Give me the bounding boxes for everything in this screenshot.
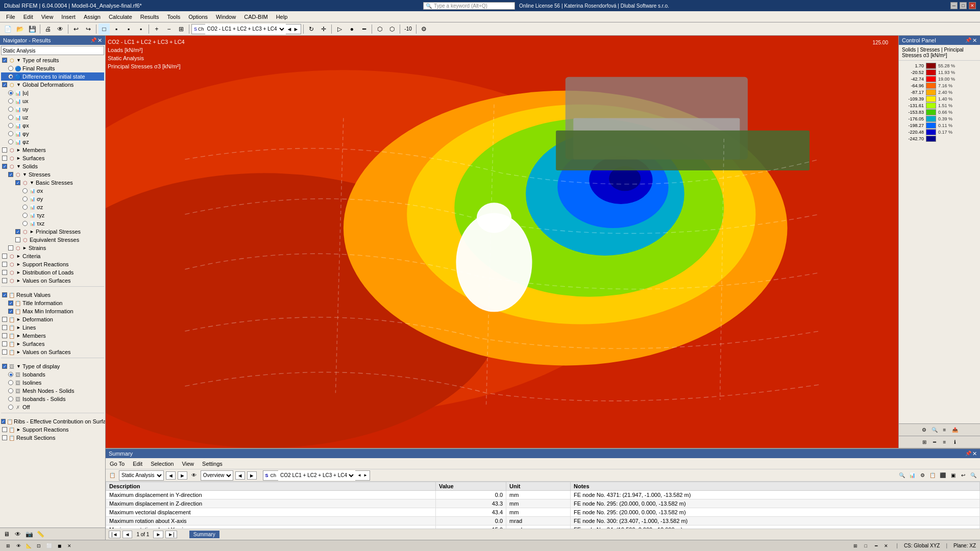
tyz-radio[interactable] bbox=[22, 213, 28, 218]
tree-phix[interactable]: 📊 φx bbox=[1, 121, 104, 130]
result-sections-checkbox[interactable] bbox=[2, 435, 7, 440]
select-button[interactable]: ▷ bbox=[334, 23, 345, 35]
support-reactions-checkbox[interactable] bbox=[2, 262, 7, 267]
summary-settings[interactable]: Settings bbox=[200, 460, 225, 468]
basic-stresses-arrow[interactable]: ▼ bbox=[30, 180, 36, 185]
tree-txz[interactable]: 📊 τxz bbox=[1, 219, 104, 228]
type-display-arrow[interactable]: ▼ bbox=[16, 364, 22, 369]
summary-icon5[interactable]: ⬛ bbox=[938, 471, 947, 480]
cp-zoom-button[interactable]: 🔍 bbox=[930, 425, 939, 435]
type-results-checkbox[interactable]: ✓ bbox=[2, 58, 7, 63]
basic-stresses-checkbox[interactable]: ✓ bbox=[15, 180, 20, 185]
result-values-checkbox[interactable]: ✓ bbox=[2, 292, 7, 297]
status-view2[interactable]: □ bbox=[862, 542, 870, 550]
view-xz[interactable]: ▪ bbox=[123, 23, 134, 35]
tree-sz[interactable]: 📊 σz bbox=[1, 203, 104, 211]
settings-button[interactable]: ⚙ bbox=[419, 23, 430, 35]
summary-icon4[interactable]: 📋 bbox=[928, 471, 937, 480]
cp-settings-button[interactable]: ⚙ bbox=[920, 425, 929, 435]
nav-last-button[interactable]: ►| bbox=[165, 531, 177, 538]
viewport[interactable]: CO2 - LC1 + LC2 + LC3 + LC4 Loads [kN/m²… bbox=[106, 36, 898, 448]
mesh-nodes-radio[interactable] bbox=[8, 388, 13, 393]
status-view4[interactable]: ✕ bbox=[882, 542, 890, 550]
zoom-in-button[interactable]: + bbox=[151, 23, 162, 35]
tree-lines[interactable]: 📋 ► Lines bbox=[1, 323, 104, 332]
summary-view[interactable]: View bbox=[180, 460, 196, 468]
menu-assign[interactable]: Assign bbox=[80, 13, 105, 21]
new-button[interactable]: 📄 bbox=[2, 23, 13, 35]
tree-values-on-surfaces[interactable]: ⬡ ► Values on Surfaces bbox=[1, 277, 104, 285]
rotate-button[interactable]: ↻ bbox=[306, 23, 317, 35]
expand-arrow[interactable]: ▼ bbox=[16, 58, 22, 63]
cp-export-button[interactable]: 📤 bbox=[950, 425, 960, 435]
nav-eye-button[interactable]: 👁 bbox=[13, 530, 22, 539]
title-info-checkbox[interactable]: ✓ bbox=[8, 300, 13, 306]
summary-load-combo[interactable]: CO2 LC1 + LC2 + LC3 + LC4 bbox=[278, 470, 355, 481]
phix-radio[interactable] bbox=[8, 123, 13, 128]
support-nav-arrow[interactable]: ► bbox=[16, 427, 22, 432]
move-button[interactable]: ✛ bbox=[318, 23, 329, 35]
differences-radio[interactable] bbox=[8, 74, 13, 79]
print-button[interactable]: 🖨 bbox=[42, 23, 54, 35]
principal-checkbox[interactable]: ✓ bbox=[15, 229, 20, 234]
surfaces-checkbox[interactable] bbox=[2, 156, 7, 161]
status-icon1[interactable]: ⊞ bbox=[4, 542, 12, 550]
nav-prev-button[interactable]: ◄ bbox=[122, 531, 133, 538]
tree-tyz[interactable]: 📊 τyz bbox=[1, 211, 104, 219]
type-display-checkbox[interactable]: ✓ bbox=[2, 364, 7, 369]
tree-sy[interactable]: 📊 σy bbox=[1, 195, 104, 203]
summary-close-button[interactable]: ✕ bbox=[972, 450, 977, 457]
lines-checkbox[interactable] bbox=[2, 325, 7, 330]
zoom-all-button[interactable]: ⊞ bbox=[176, 23, 187, 35]
member-button[interactable]: ━ bbox=[358, 23, 370, 35]
tree-off[interactable]: ✗ Off bbox=[1, 403, 104, 411]
summary-prev2-button[interactable]: ◄ bbox=[235, 471, 245, 480]
summary-pin-button[interactable]: 📌 bbox=[965, 450, 971, 457]
final-results-radio[interactable] bbox=[8, 66, 13, 71]
values-surfaces-arrow[interactable]: ► bbox=[16, 278, 22, 283]
surfaces-nav-arrow[interactable]: ► bbox=[16, 341, 22, 346]
nav-close-button[interactable]: ✕ bbox=[97, 37, 102, 44]
tree-differences[interactable]: 🔵 Differences to initial state bbox=[1, 72, 104, 81]
status-icon7[interactable]: ✕ bbox=[65, 542, 74, 550]
tree-basic-stresses[interactable]: ✓ ⬡ ▼ Basic Stresses bbox=[1, 179, 104, 187]
summary-goto[interactable]: Go To bbox=[108, 460, 127, 468]
values-surfaces-nav-checkbox[interactable] bbox=[2, 349, 7, 355]
tree-members[interactable]: ⬡ ► Members bbox=[1, 146, 104, 154]
tree-phiz[interactable]: 📊 φz bbox=[1, 138, 104, 146]
status-icon4[interactable]: ⊡ bbox=[35, 542, 43, 550]
ux-radio[interactable] bbox=[8, 98, 13, 104]
status-icon3[interactable]: 📐 bbox=[24, 542, 33, 550]
tree-members-nav[interactable]: 📋 ► Members bbox=[1, 332, 104, 340]
members-nav-arrow[interactable]: ► bbox=[16, 333, 22, 338]
tree-surfaces-nav[interactable]: 📋 ► Surfaces bbox=[1, 340, 104, 348]
stresses-checkbox[interactable]: ✓ bbox=[8, 172, 13, 177]
isobands-solids-radio[interactable] bbox=[8, 396, 13, 402]
tree-final-results[interactable]: 🔵 Final Results bbox=[1, 64, 104, 72]
tree-strains[interactable]: ⬡ ► Strains bbox=[1, 244, 104, 252]
redo-button[interactable]: ↪ bbox=[83, 23, 94, 35]
tree-type-of-results[interactable]: ✓ ⬡ ▼ Type of results bbox=[1, 56, 104, 64]
menu-insert[interactable]: Insert bbox=[57, 13, 80, 21]
tree-result-values[interactable]: ✓ 📋 Result Values bbox=[1, 291, 104, 299]
principal-arrow[interactable]: ► bbox=[30, 229, 36, 234]
summary-selection[interactable]: Selection bbox=[149, 460, 176, 468]
summary-icon3[interactable]: ⚙ bbox=[918, 471, 927, 480]
menu-view[interactable]: View bbox=[37, 13, 58, 21]
summary-combo-next[interactable]: ► bbox=[363, 473, 368, 478]
summary-view-icon[interactable]: 👁 bbox=[189, 471, 199, 480]
solids-checkbox[interactable]: ✓ bbox=[2, 164, 7, 169]
isobands-radio[interactable] bbox=[8, 372, 13, 377]
cp-line-button[interactable]: ━ bbox=[930, 438, 939, 447]
distribution-arrow[interactable]: ► bbox=[16, 270, 22, 275]
menu-cad-bim[interactable]: CAD-BIM bbox=[240, 13, 272, 21]
summary-combo-prev[interactable]: ◄ bbox=[357, 473, 361, 478]
nav-ruler-button[interactable]: 📏 bbox=[36, 530, 45, 539]
tree-sx[interactable]: 📊 σx bbox=[1, 187, 104, 195]
sz-radio[interactable] bbox=[22, 205, 28, 210]
solids-arrow[interactable]: ▼ bbox=[16, 164, 22, 169]
summary-icon1[interactable]: 🔍 bbox=[897, 471, 906, 480]
minimize-button[interactable]: ─ bbox=[950, 2, 958, 9]
undo-button[interactable]: ↩ bbox=[70, 23, 82, 35]
lines-arrow[interactable]: ► bbox=[16, 325, 22, 330]
